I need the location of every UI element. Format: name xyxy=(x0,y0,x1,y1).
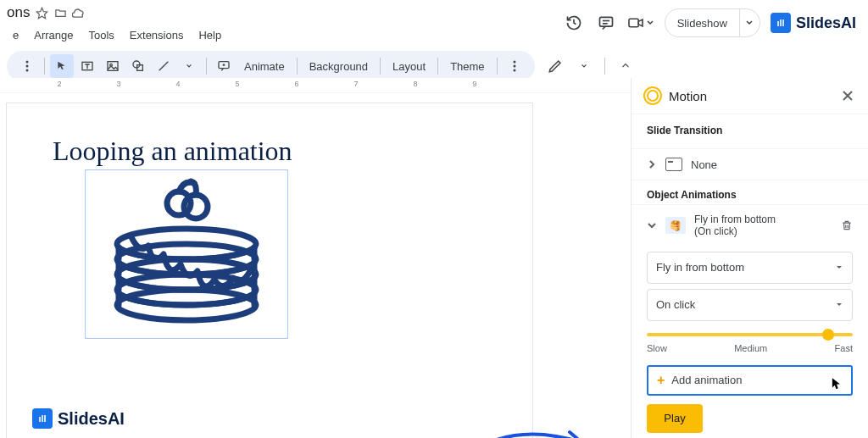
ruler-tick: 9 xyxy=(472,80,476,88)
delete-animation-icon[interactable] xyxy=(841,219,853,232)
mouse-cursor-icon xyxy=(831,377,843,391)
slide-thumb-icon xyxy=(665,158,682,171)
animation-item[interactable]: 🥞 Fly in from bottom (On click) xyxy=(632,204,868,247)
toolbar-more-right-icon[interactable] xyxy=(503,54,526,78)
cloud-status-icon[interactable] xyxy=(72,6,86,19)
horizontal-ruler: 2 3 4 5 6 7 8 9 xyxy=(0,78,631,93)
meet-button[interactable] xyxy=(627,16,654,30)
pen-tool-icon[interactable] xyxy=(543,54,567,78)
transition-row[interactable]: None xyxy=(632,148,868,180)
animation-thumb-icon: 🥞 xyxy=(665,217,686,234)
speed-medium-label: Medium xyxy=(734,343,767,353)
slidesai-icon: ıll xyxy=(771,13,791,33)
collapse-toolbar-icon[interactable] xyxy=(614,54,637,78)
effect-dropdown[interactable]: Fly in from bottom xyxy=(647,252,853,284)
speed-slider[interactable] xyxy=(647,333,853,336)
slideshow-button[interactable]: Slideshow xyxy=(665,8,760,37)
history-icon[interactable] xyxy=(563,12,585,34)
textbox-tool-icon[interactable] xyxy=(75,54,99,78)
ruler-tick: 7 xyxy=(353,80,358,88)
svg-point-8 xyxy=(26,69,29,72)
close-icon[interactable] xyxy=(839,87,856,104)
ruler-tick: 8 xyxy=(413,80,417,88)
shape-tool-icon[interactable] xyxy=(126,54,150,78)
svg-rect-10 xyxy=(108,62,118,71)
motion-panel: Motion Slide Transition None Object Anim… xyxy=(631,78,868,438)
move-folder-icon[interactable] xyxy=(53,6,67,19)
effect-dropdown-value: Fly in from bottom xyxy=(656,261,744,274)
brand-logo-slide: ıll SlidesAI xyxy=(32,408,125,429)
chevron-down-icon xyxy=(647,220,657,230)
svg-marker-0 xyxy=(36,8,47,19)
svg-marker-5 xyxy=(638,19,643,26)
ruler-tick: 4 xyxy=(175,80,180,88)
toolbar: Animate Background Layout Theme xyxy=(7,51,535,81)
svg-line-14 xyxy=(159,62,169,71)
speed-slow-label: Slow xyxy=(647,343,667,353)
add-animation-button[interactable]: + Add animation xyxy=(647,365,853,396)
speed-fast-label: Fast xyxy=(835,343,853,353)
toolbar-theme[interactable]: Theme xyxy=(443,60,491,73)
trigger-dropdown[interactable]: On click xyxy=(647,289,853,321)
ruler-tick: 2 xyxy=(57,80,61,88)
animation-name: Fly in from bottom xyxy=(694,213,776,225)
slide-canvas[interactable]: Looping an animation xyxy=(7,103,532,438)
slide-transition-label: Slide Transition xyxy=(647,125,853,136)
ruler-tick: 5 xyxy=(235,80,239,88)
svg-point-19 xyxy=(513,65,515,68)
object-animations-label: Object Animations xyxy=(632,180,868,204)
brand-name: SlidesAI xyxy=(796,14,856,32)
menu-help[interactable]: Help xyxy=(192,26,227,44)
comment-tool-icon[interactable] xyxy=(212,54,236,78)
svg-rect-4 xyxy=(629,19,638,27)
chevron-right-icon xyxy=(647,159,657,169)
toolbar-background[interactable]: Background xyxy=(303,60,375,73)
menu-extensions[interactable]: Extensions xyxy=(124,26,190,44)
slideshow-dropdown[interactable] xyxy=(739,9,760,36)
slidesai-icon: ıll xyxy=(32,408,53,429)
svg-rect-1 xyxy=(599,17,612,26)
slide-title-text[interactable]: Looping an animation xyxy=(53,136,292,167)
toolbar-animate[interactable]: Animate xyxy=(237,60,292,73)
transition-value: None xyxy=(691,158,717,171)
brand-name-slide: SlidesAI xyxy=(58,409,125,429)
svg-point-20 xyxy=(513,69,515,72)
play-label: Play xyxy=(664,412,685,424)
trigger-dropdown-value: On click xyxy=(656,298,695,311)
menu-arrange[interactable]: Arrange xyxy=(28,26,79,44)
svg-point-7 xyxy=(26,65,29,68)
select-tool-icon[interactable] xyxy=(50,54,74,78)
pancake-icon xyxy=(97,178,275,330)
doc-title-fragment: ons xyxy=(7,4,30,21)
menu-cropped[interactable]: e xyxy=(7,26,25,44)
speed-slider-thumb[interactable] xyxy=(822,329,834,341)
motion-icon xyxy=(643,86,662,105)
toolbar-layout[interactable]: Layout xyxy=(386,60,432,73)
svg-point-18 xyxy=(513,61,515,64)
menu-tools[interactable]: Tools xyxy=(82,26,120,44)
ruler-tick: 3 xyxy=(116,80,120,88)
comments-icon[interactable] xyxy=(595,12,617,34)
plus-icon: + xyxy=(657,373,665,388)
pen-dropdown-icon[interactable] xyxy=(572,54,596,78)
toolbar-more-left-icon[interactable] xyxy=(15,54,39,78)
animation-trigger-sub: (On click) xyxy=(694,225,776,237)
panel-title: Motion xyxy=(669,89,707,103)
add-animation-label: Add animation xyxy=(671,374,742,386)
svg-point-6 xyxy=(26,61,29,64)
ruler-tick: 6 xyxy=(294,80,298,88)
slideshow-label[interactable]: Slideshow xyxy=(665,17,739,30)
line-dropdown-icon[interactable] xyxy=(177,54,201,78)
image-tool-icon[interactable] xyxy=(101,54,125,78)
brand-logo-top: ıll SlidesAI xyxy=(771,13,856,33)
play-button[interactable]: Play xyxy=(647,404,703,433)
caret-down-icon xyxy=(835,301,843,309)
line-tool-icon[interactable] xyxy=(152,54,175,78)
star-icon[interactable] xyxy=(35,6,48,19)
selected-image[interactable] xyxy=(85,169,288,339)
caret-down-icon xyxy=(835,263,843,272)
